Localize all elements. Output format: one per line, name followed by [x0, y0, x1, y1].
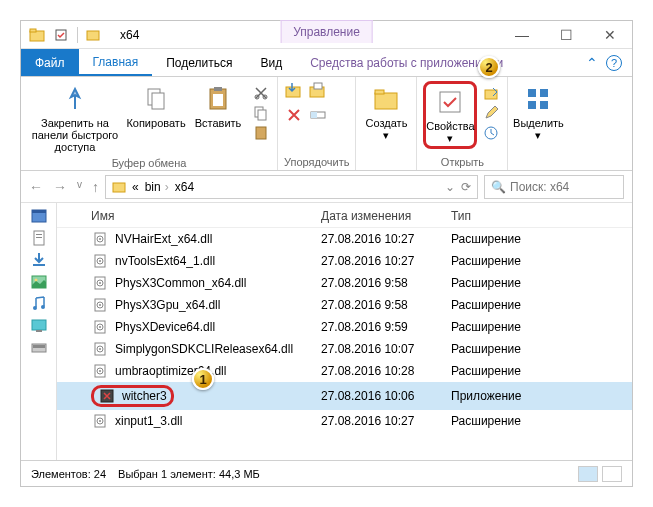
clipboard-group-label: Буфер обмена: [27, 157, 271, 169]
file-row[interactable]: xinput1_3.dll27.08.2016 10:27Расширение: [57, 410, 632, 432]
column-date[interactable]: Дата изменения: [321, 209, 451, 223]
file-row[interactable]: SimplygonSDKCLIReleasex64.dll27.08.2016 …: [57, 338, 632, 360]
svg-rect-25: [540, 89, 548, 97]
file-row[interactable]: NVHairExt_x64.dll27.08.2016 10:27Расшире…: [57, 228, 632, 250]
search-icon: 🔍: [491, 180, 506, 194]
copy-label: Копировать: [126, 117, 185, 129]
ribbon-group-new: Создать▾: [356, 77, 417, 170]
file-type: Расширение: [451, 364, 622, 378]
tab-share[interactable]: Поделиться: [152, 51, 246, 75]
tab-view[interactable]: Вид: [246, 51, 296, 75]
sidebar-item-desktop[interactable]: [30, 317, 48, 335]
sidebar-item-documents[interactable]: [30, 229, 48, 247]
file-row[interactable]: PhysX3Gpu_x64.dll27.08.2016 9:58Расширен…: [57, 294, 632, 316]
file-list[interactable]: NVHairExt_x64.dll27.08.2016 10:27Расшире…: [57, 228, 632, 460]
folder-icon: [29, 27, 45, 43]
copy-to-icon[interactable]: [308, 81, 328, 101]
sidebar-item-downloads[interactable]: [30, 251, 48, 269]
svg-rect-42: [33, 345, 45, 348]
view-large-icons-button[interactable]: [602, 466, 622, 482]
file-row[interactable]: PhysXDevice64.dll27.08.2016 9:59Расширен…: [57, 316, 632, 338]
copy-path-icon[interactable]: [253, 105, 269, 121]
move-to-icon[interactable]: [284, 81, 304, 101]
paste-label: Вставить: [195, 117, 242, 129]
copy-button[interactable]: Копировать: [127, 81, 185, 131]
recent-dropdown-icon[interactable]: v: [77, 179, 82, 195]
collapse-ribbon-icon[interactable]: ⌃: [586, 55, 598, 71]
file-type: Расширение: [451, 232, 622, 246]
dll-icon: [91, 297, 109, 313]
svg-rect-28: [113, 183, 125, 192]
view-details-button[interactable]: [578, 466, 598, 482]
properties-qat-icon[interactable]: [53, 27, 69, 43]
edit-icon[interactable]: [483, 105, 499, 121]
svg-rect-12: [258, 110, 266, 120]
rename-icon[interactable]: [308, 105, 328, 125]
svg-rect-7: [214, 87, 222, 91]
svg-rect-18: [311, 112, 317, 118]
file-type: Расширение: [451, 342, 622, 356]
quick-access-toolbar: [21, 27, 108, 43]
help-icon[interactable]: ?: [606, 55, 622, 71]
file-date: 27.08.2016 10:06: [321, 389, 451, 403]
breadcrumb-x64[interactable]: x64: [175, 180, 194, 194]
file-row[interactable]: witcher327.08.2016 10:06Приложение: [57, 382, 632, 410]
up-button[interactable]: ↑: [92, 179, 99, 195]
svg-point-37: [33, 306, 37, 310]
search-input[interactable]: 🔍 Поиск: x64: [484, 175, 624, 199]
tab-home[interactable]: Главная: [79, 50, 153, 76]
dll-icon: [91, 363, 109, 379]
window-title: x64: [120, 28, 139, 42]
svg-rect-3: [87, 31, 99, 40]
address-bar[interactable]: « bin › x64 ⌄ ⟳: [105, 175, 478, 199]
forward-button[interactable]: →: [53, 179, 67, 195]
pin-quick-access-button[interactable]: Закрепить на панели быстрого доступа: [27, 81, 123, 155]
status-selection: Выбран 1 элемент: 44,3 МБ: [118, 468, 260, 480]
svg-rect-26: [528, 101, 536, 109]
sidebar-item-videos[interactable]: [30, 207, 48, 225]
open-icon[interactable]: [483, 85, 499, 101]
file-row[interactable]: PhysX3Common_x64.dll27.08.2016 9:58Расши…: [57, 272, 632, 294]
history-icon[interactable]: [483, 125, 499, 141]
file-type: Приложение: [451, 389, 622, 403]
file-name: PhysX3Common_x64.dll: [115, 276, 246, 290]
delete-icon[interactable]: [284, 105, 304, 125]
new-folder-button[interactable]: Создать▾: [362, 81, 410, 143]
select-label: Выделить: [513, 117, 564, 129]
column-headers: Имя Дата изменения Тип: [57, 203, 632, 228]
minimize-button[interactable]: —: [500, 21, 544, 49]
column-type[interactable]: Тип: [451, 209, 622, 223]
address-dropdown-icon[interactable]: ⌄: [445, 180, 455, 194]
back-button[interactable]: ←: [29, 179, 43, 195]
close-button[interactable]: ✕: [588, 21, 632, 49]
maximize-button[interactable]: ☐: [544, 21, 588, 49]
sidebar-item-disk[interactable]: [30, 339, 48, 357]
sidebar-item-pictures[interactable]: [30, 273, 48, 291]
file-date: 27.08.2016 10:28: [321, 364, 451, 378]
ribbon: Закрепить на панели быстрого доступа Коп…: [21, 77, 632, 171]
svg-rect-34: [33, 264, 45, 266]
column-name[interactable]: Имя: [91, 209, 321, 223]
refresh-icon[interactable]: ⟳: [461, 180, 471, 194]
file-row[interactable]: umbraoptimizer64.dll27.08.2016 10:28Расш…: [57, 360, 632, 382]
cut-icon[interactable]: [253, 85, 269, 101]
file-name: SimplygonSDKCLIReleasex64.dll: [115, 342, 293, 356]
sidebar-item-music[interactable]: [30, 295, 48, 313]
pin-label: Закрепить на панели быстрого доступа: [29, 117, 121, 153]
breadcrumb-bin[interactable]: bin ›: [145, 180, 169, 194]
select-button[interactable]: Выделить▾: [514, 81, 562, 143]
svg-rect-20: [375, 90, 384, 94]
open-group-label: Открыть: [423, 156, 501, 168]
navigation-pane: [21, 203, 57, 460]
paste-shortcut-icon[interactable]: [253, 125, 269, 141]
tab-file[interactable]: Файл: [21, 49, 79, 76]
file-date: 27.08.2016 10:27: [321, 254, 451, 268]
svg-point-51: [99, 282, 101, 284]
file-row[interactable]: nvToolsExt64_1.dll27.08.2016 10:27Расшир…: [57, 250, 632, 272]
svg-rect-40: [36, 330, 42, 332]
file-type: Расширение: [451, 276, 622, 290]
properties-button[interactable]: Свойства▾: [423, 81, 477, 149]
svg-rect-39: [32, 320, 46, 330]
file-name: witcher3: [122, 389, 167, 403]
paste-button[interactable]: Вставить: [189, 81, 247, 131]
